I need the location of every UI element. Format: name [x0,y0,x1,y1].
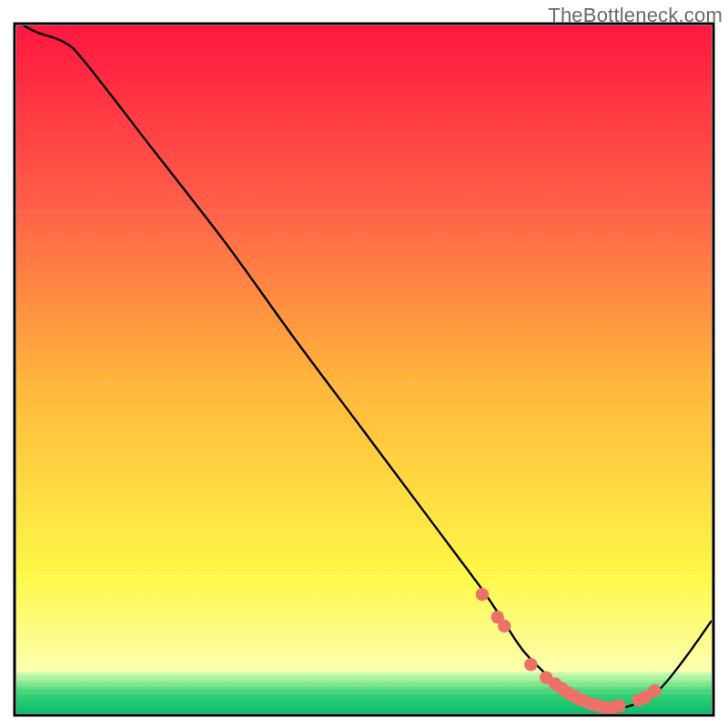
marker-point [476,588,489,601]
band-3 [16,576,712,672]
marker-point [498,620,511,632]
plot-area [16,25,712,714]
band-4 [16,672,712,680]
band-2 [16,383,712,576]
bottleneck-chart: TheBottleneck.com [0,0,728,728]
marker-point [648,684,661,697]
band-1 [16,211,712,383]
band-0 [16,25,712,211]
background-gradient [16,25,712,713]
band-5 [16,679,712,686]
marker-point [524,658,537,671]
marker-point [612,699,625,712]
watermark-text: TheBottleneck.com [548,4,723,27]
chart-svg [0,0,728,728]
band-6 [16,686,712,693]
